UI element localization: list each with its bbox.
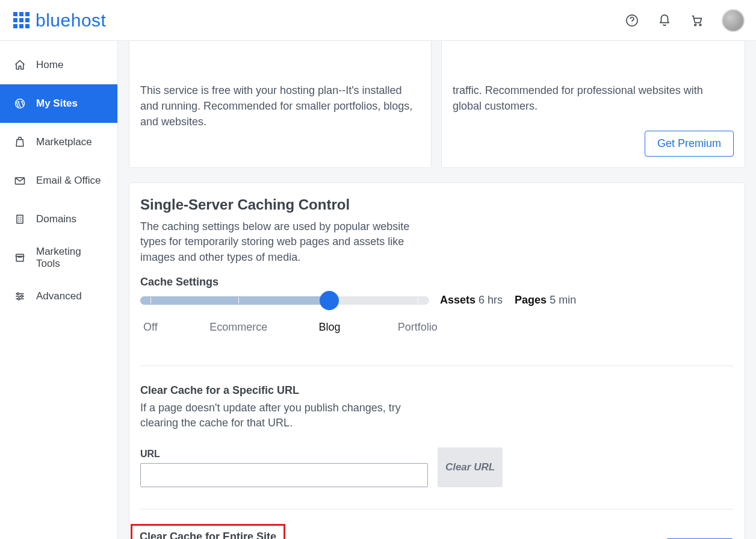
slider-option-labels: Off Ecommerce Blog Portfolio bbox=[140, 321, 429, 337]
sidebar-item-domains[interactable]: Domains bbox=[0, 200, 117, 238]
clear-entire-left: Clear Cache for Entire Site Clear all as… bbox=[140, 524, 423, 539]
divider bbox=[140, 366, 734, 366]
brand-grid-icon bbox=[13, 12, 29, 28]
sidebar-item-label: Email & Office bbox=[36, 175, 101, 187]
url-input-label: URL bbox=[140, 449, 734, 460]
sidebar-item-label: Domains bbox=[36, 213, 76, 225]
cache-slider-row: Assets 6 hrs Pages 5 min bbox=[140, 293, 734, 308]
slider-option-off: Off bbox=[143, 321, 158, 334]
info-card-free-service: This service is free with your hosting p… bbox=[129, 41, 432, 168]
clear-url-title: Clear Cache for a Specific URL bbox=[140, 384, 734, 397]
clear-entire-title: Clear Cache for Entire Site bbox=[140, 531, 276, 539]
sidebar-item-home[interactable]: Home bbox=[0, 46, 117, 84]
svg-point-8 bbox=[21, 295, 23, 297]
brand[interactable]: bluehost bbox=[13, 10, 106, 31]
svg-point-7 bbox=[17, 293, 19, 294]
sidebar-item-label: Marketplace bbox=[36, 136, 92, 148]
slider-thumb[interactable] bbox=[320, 291, 339, 310]
svg-rect-6 bbox=[17, 215, 23, 223]
get-premium-button[interactable]: Get Premium bbox=[645, 131, 734, 157]
caching-card: Single-Server Caching Control The cachin… bbox=[129, 182, 745, 539]
mail-icon bbox=[13, 174, 26, 187]
bell-icon[interactable] bbox=[657, 13, 672, 28]
sidebar-item-label: Home bbox=[36, 59, 63, 71]
home-icon bbox=[13, 58, 26, 72]
sidebar-item-marketing-tools[interactable]: Marketing Tools bbox=[0, 238, 117, 277]
header-actions bbox=[625, 10, 744, 31]
help-icon[interactable] bbox=[625, 13, 639, 28]
building-icon bbox=[13, 213, 26, 226]
sliders-icon bbox=[13, 290, 26, 303]
avatar[interactable] bbox=[722, 10, 744, 31]
card-body-text: This service is free with your hosting p… bbox=[140, 41, 421, 129]
slider-option-portfolio: Portfolio bbox=[398, 321, 438, 334]
clear-entire-row: Clear Cache for Entire Site Clear all as… bbox=[140, 524, 734, 539]
sidebar-item-advanced[interactable]: Advanced bbox=[0, 277, 117, 316]
slider-meta: Assets 6 hrs Pages 5 min bbox=[440, 294, 576, 307]
wordpress-icon bbox=[13, 97, 26, 110]
sidebar-item-label: Advanced bbox=[36, 290, 82, 302]
top-cards-row: This service is free with your hosting p… bbox=[129, 41, 745, 168]
section-title: Single-Server Caching Control bbox=[140, 196, 734, 213]
cache-slider[interactable] bbox=[140, 293, 429, 308]
bag-icon bbox=[13, 136, 26, 149]
divider bbox=[140, 509, 734, 509]
sidebar: Home My Sites Marketplace Email & Office… bbox=[0, 41, 118, 539]
cart-icon[interactable] bbox=[690, 13, 704, 28]
slider-option-blog: Blog bbox=[318, 321, 340, 334]
highlight-box: Clear Cache for Entire Site bbox=[131, 524, 285, 539]
svg-point-1 bbox=[631, 23, 632, 23]
brand-word: bluehost bbox=[36, 10, 106, 31]
card-body-text: traffic. Recommended for professional we… bbox=[453, 41, 734, 114]
sidebar-item-my-sites[interactable]: My Sites bbox=[0, 84, 117, 123]
sidebar-item-label: Marketing Tools bbox=[36, 246, 104, 270]
sidebar-item-marketplace[interactable]: Marketplace bbox=[0, 123, 117, 161]
store-icon bbox=[13, 251, 26, 264]
sidebar-item-email-office[interactable]: Email & Office bbox=[0, 161, 117, 200]
url-input[interactable] bbox=[140, 463, 428, 487]
cache-settings-label: Cache Settings bbox=[140, 276, 734, 288]
section-body: The caching settings below are used by p… bbox=[140, 219, 423, 265]
slider-option-ecommerce: Ecommerce bbox=[209, 321, 267, 334]
sidebar-item-label: My Sites bbox=[36, 98, 78, 110]
main-content: This service is free with your hosting p… bbox=[118, 41, 756, 539]
slider-track-fill bbox=[140, 296, 329, 305]
slider-track-bg bbox=[140, 296, 429, 305]
info-card-premium: traffic. Recommended for professional we… bbox=[441, 41, 745, 168]
svg-point-2 bbox=[695, 23, 696, 25]
header: bluehost bbox=[0, 0, 756, 41]
url-input-row: Clear URL bbox=[140, 463, 734, 487]
clear-url-body: If a page doesn't update after you publi… bbox=[140, 400, 423, 431]
svg-point-9 bbox=[18, 298, 20, 300]
clear-url-button[interactable]: Clear URL bbox=[438, 447, 503, 487]
svg-point-3 bbox=[699, 23, 701, 25]
